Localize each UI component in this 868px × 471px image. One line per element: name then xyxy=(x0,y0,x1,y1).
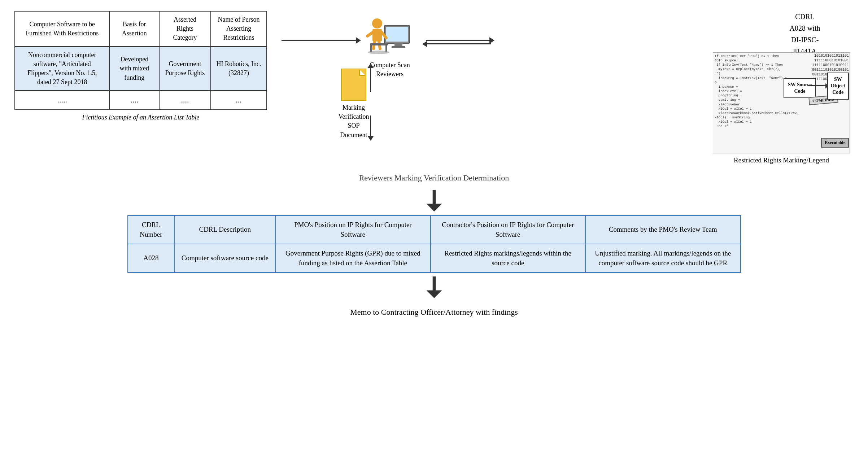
results-comments: Unjustified marking. All markings/legend… xyxy=(585,244,741,272)
results-description: Computer software source code xyxy=(174,244,275,272)
svg-rect-10 xyxy=(370,43,388,45)
determination-section: Reviewers Marking Verification Determina… xyxy=(14,166,854,317)
svg-marker-15 xyxy=(426,204,442,211)
big-down-arrow-2 xyxy=(425,276,443,298)
sop-label: Marking Verification SOP Document xyxy=(328,103,379,140)
results-contractor-position: Restricted Rights markings/legends withi… xyxy=(431,244,585,272)
results-col-comments: Comments by the PMO's Review Team xyxy=(585,215,741,244)
sw-source-code-box: SW SourceCode xyxy=(784,78,816,98)
results-table-wrapper: CDRL Number CDRL Description PMO's Posit… xyxy=(127,215,741,273)
svg-point-4 xyxy=(372,18,382,29)
determination-label: Reviewers Marking Verification Determina… xyxy=(359,173,509,183)
cell-dots-4: ... xyxy=(211,91,267,110)
reviewer-icon xyxy=(365,14,415,58)
arrow-table-to-reviewer xyxy=(282,40,357,41)
col-header-name: Name of Person Asserting Restrictions xyxy=(211,11,267,47)
table-header-row: Computer Software to be Furnished With R… xyxy=(15,11,267,47)
svg-rect-14 xyxy=(432,190,436,205)
memo-label: Memo to Contracting Officer/Attorney wit… xyxy=(350,308,518,317)
results-cdrl-num: A028 xyxy=(128,244,175,272)
cell-name: HI Robotics, Inc. (32827) xyxy=(211,47,267,91)
results-header-row: CDRL Number CDRL Description PMO's Posit… xyxy=(128,215,741,244)
svg-line-6 xyxy=(367,32,372,36)
svg-rect-16 xyxy=(432,276,436,292)
assertion-table: Computer Software to be Furnished With R… xyxy=(14,11,267,110)
cell-software: Noncommercial computer software, "Articu… xyxy=(15,47,109,91)
cell-dots-3: .... xyxy=(159,91,211,110)
arrow-sop-to-reviewer xyxy=(370,67,371,92)
table-caption: Fictitious Example of an Assertion List … xyxy=(14,114,267,121)
results-col-contractor-position: Contractor's Position on IP Rights for C… xyxy=(431,215,585,244)
main-container: Computer Software to be Furnished With R… xyxy=(0,0,868,471)
svg-marker-17 xyxy=(426,291,442,298)
sop-area: Marking Verification SOP Document xyxy=(328,69,379,140)
sw-object-code-box: SWObjectCode xyxy=(827,73,849,100)
svg-rect-1 xyxy=(386,27,408,42)
col-header-rights: Asserted Rights Category xyxy=(159,11,211,47)
arrow-reviewer-to-code xyxy=(426,40,491,41)
arrow-down-to-determination xyxy=(370,115,371,137)
top-section: Computer Software to be Furnished With R… xyxy=(14,11,854,170)
cell-dots-2: .... xyxy=(109,91,159,110)
svg-rect-2 xyxy=(394,43,402,46)
results-table: CDRL Number CDRL Description PMO's Posit… xyxy=(127,215,741,273)
svg-rect-5 xyxy=(372,29,382,42)
restricted-rights-label: Restricted Rights Marking/Legend xyxy=(713,155,850,166)
col-header-software: Computer Software to be Furnished With R… xyxy=(15,11,109,47)
svg-point-13 xyxy=(368,51,389,54)
table-row: Noncommercial computer software, "Articu… xyxy=(15,47,267,91)
diagram-area: Computer Scan Reviewers Marking Verifica… xyxy=(282,11,854,170)
results-pmo-position: Government Purpose Rights (GPR) due to m… xyxy=(275,244,430,272)
arrow-src-to-obj xyxy=(808,85,826,86)
results-data-row: A028 Computer software source code Gover… xyxy=(128,244,741,272)
svg-rect-3 xyxy=(392,46,405,48)
results-col-description: CDRL Description xyxy=(174,215,275,244)
col-header-basis: Basis for Assertion xyxy=(109,11,159,47)
cell-dots-1: ..... xyxy=(15,91,109,110)
arrow-code-to-reviewer xyxy=(426,43,491,44)
cell-rights: Government Purpose Rights xyxy=(159,47,211,91)
code-graphic-box: 1010101011011101 1111100010101001 111110… xyxy=(713,52,850,153)
assertion-table-wrapper: Computer Software to be Furnished With R… xyxy=(14,11,267,121)
results-col-pmo-position: PMO's Position on IP Rights for Computer… xyxy=(275,215,430,244)
big-down-arrow xyxy=(425,190,443,211)
executable-box: Executable xyxy=(821,138,849,148)
cell-basis: Developed with mixed funding xyxy=(109,47,159,91)
table-row-dots: ..... .... .... ... xyxy=(15,91,267,110)
code-text: If InStrInv(Text "POC") >= 1 Then GoTo s… xyxy=(715,54,787,128)
sop-doc-icon xyxy=(341,69,366,101)
results-col-cdrl-num: CDRL Number xyxy=(128,215,175,244)
